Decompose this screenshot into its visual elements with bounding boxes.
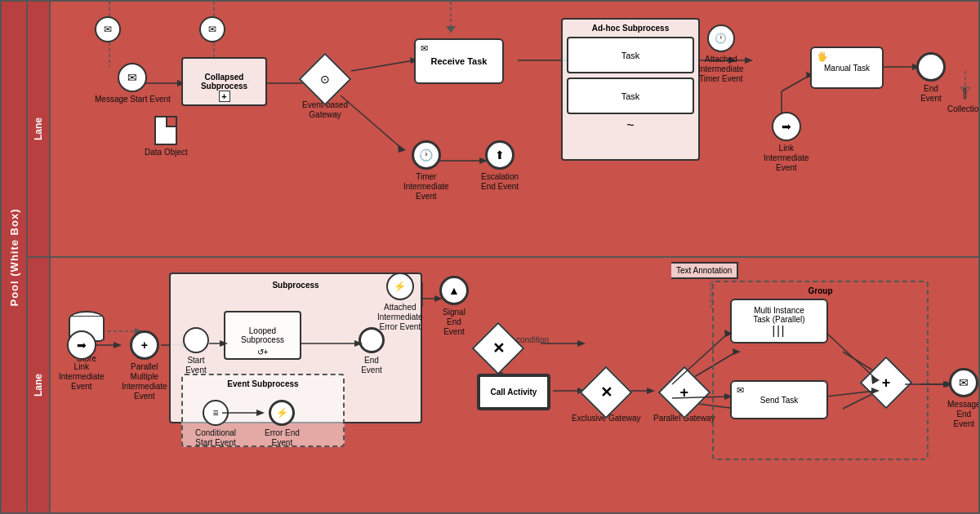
link-intermediate-event-bottom[interactable]: ➡ LinkIntermediateEvent [59,330,105,392]
link-intermediate-event-top-label: LinkIntermediateEvent [764,144,809,173]
adhoc-task-1[interactable]: Task [567,37,694,73]
error-end-event-circle: ⚡ [269,400,295,426]
error-end-event-label: Error EndEvent [265,428,300,448]
attached-error-icon: ⚡ [394,281,406,292]
collection-label: Collection [947,104,978,114]
svg-line-10 [341,95,402,148]
parallel-multiple-intermediate-event[interactable]: + ParallelMultipleIntermediateEvent [122,330,167,401]
send-task[interactable]: ✉ Send Task [730,380,828,419]
adhoc-task-2-text: Task [621,91,640,101]
subprocess-start-event-circle [183,327,209,353]
adhoc-task-2[interactable]: Task [567,78,694,114]
lane-content-bottom: DataStore ➡ LinkIntermediateEvent + Para… [51,258,978,512]
collapsed-subprocess[interactable]: Collapsed Subprocess + [181,57,267,106]
signal-end-event[interactable]: ▲ SignalEndEvent [439,276,469,337]
exclusive-gateway-2[interactable]: ✕ Exclusive Gateway [572,374,640,423]
signal-end-event-circle: ▲ [439,276,469,305]
adhoc-subprocess[interactable]: Ad-hoc Subprocess Task Task ~ [561,18,700,161]
escalation-end-event-circle: ⬆ [485,140,514,170]
timer-intermediate-event-label: TimerIntermediateEvent [403,172,449,202]
error-icon: ⚡ [276,407,288,419]
send-task-rect: ✉ Send Task [730,380,828,419]
conditional-start-event-circle: ≡ [203,400,229,426]
looped-subprocess-text: LoopedSubprocess [241,326,284,344]
call-activity[interactable]: Call Activity [477,374,550,410]
conditional-start-event[interactable]: ≡ ConditionalStart Event [195,400,236,448]
lane-label-text-top: Lane [33,117,44,140]
parallel-multiple-intermediate-event-circle: + [130,330,159,360]
message-start-event[interactable]: ✉ Message Start Event [95,63,171,104]
msg-intermediate-top-1[interactable]: ✉ [95,16,121,42]
exclusive-gateway-1[interactable]: ✕ [479,330,517,367]
svg-marker-28 [745,57,753,64]
escalation-end-event-label: EscalationEnd Event [481,172,519,192]
lane-content-top: ✉ Message Start Event ✉ ✉ [51,2,978,256]
pool-label-text: Pool (White Box) [8,208,20,306]
attached-intermediate-error-event-label: AttachedIntermediateError Event [377,303,423,332]
event-based-gateway[interactable]: ⊙ Event-basedGateway [302,60,348,120]
manual-task-text: Manual Task [824,64,870,73]
pool: Pool (White Box) Lane [0,0,980,514]
annotation-bracket: Text Annotation [671,262,738,279]
attached-timer-event-circle: 🕐 [707,24,735,52]
parallel-gateway[interactable]: + Parallel Gateway [653,374,715,423]
msg-intermediate-top-2[interactable]: ✉ [199,16,225,42]
collapsed-subprocess-text: Collapsed Subprocess [186,73,262,91]
lane-label-text-bottom: Lane [33,374,44,397]
message-end-event-circle: ✉ [949,368,978,397]
adhoc-task-1-text: Task [621,51,640,60]
subprocess-start-event[interactable]: StartEvent [183,327,209,375]
message-end-event[interactable]: ✉ MessageEnd Event [947,368,978,429]
collection-icon: ⫿ [961,83,969,102]
text-annotation-text: Text Annotation [676,266,732,275]
parallel-gateway-symbol: + [680,384,689,401]
attached-timer-event[interactable]: 🕐 AttachedIntermediateTimer Event [698,24,744,84]
signal-icon: ▲ [448,284,460,297]
link-intermediate-event-bottom-label: LinkIntermediateEvent [59,362,105,392]
exclusive-gateway-3[interactable]: + [867,364,905,401]
data-object[interactable]: Data Object [145,116,188,157]
end-event-top[interactable]: EndEvent [916,52,946,104]
manual-task[interactable]: 🖐 Manual Task [810,47,884,89]
link-intermediate-event-top[interactable]: ➡ LinkIntermediateEvent [764,112,809,173]
event-subprocess-rect[interactable]: Event Subprocess ≡ ConditionalStart Even… [181,374,345,447]
message-start-event-circle: ✉ [118,63,147,92]
parallel-multiple-intermediate-event-label: ParallelMultipleIntermediateEvent [122,362,167,401]
multi-instance-task[interactable]: Multi InstanceTask (Parallel) ||| [730,299,828,343]
escalation-end-event[interactable]: ⬆ EscalationEnd Event [481,140,519,192]
attached-timer-event-label: AttachedIntermediateTimer Event [698,55,744,84]
subprocess-end-event[interactable]: EndEvent [359,327,385,375]
adhoc-subprocess-rect: Ad-hoc Subprocess Task Task ~ [561,18,700,161]
timer-intermediate-event[interactable]: 🕐 TimerIntermediateEvent [403,140,449,202]
event-subprocess-container: Event Subprocess ≡ ConditionalStart Even… [181,374,345,447]
call-activity-rect: Call Activity [477,374,550,410]
msg-icon-2: ✉ [208,24,216,35]
timer-icon: 🕐 [419,148,433,162]
link-icon-bottom: ➡ [77,339,87,352]
lane-top: Lane [28,2,978,258]
message-start-event-label: Message Start Event [95,95,171,104]
lane-label-bottom: Lane [28,258,51,512]
collapsed-subprocess-rect: Collapsed Subprocess + [181,57,267,106]
pool-content: Lane [28,2,978,512]
error-end-event[interactable]: ⚡ Error EndEvent [265,400,300,448]
multi-instance-task-rect: Multi InstanceTask (Parallel) ||| [730,299,828,343]
subprocess-marker: + [219,91,230,102]
collection[interactable]: ⫿ Collection [947,83,978,114]
send-task-text: Send Task [760,396,799,405]
link-intermediate-event-bottom-circle: ➡ [67,330,96,360]
event-subprocess-title: Event Subprocess [187,379,339,388]
exclusive-gateway-1-symbol: ✕ [492,339,505,357]
adhoc-marker: ~ [567,118,694,133]
escalation-icon: ⬆ [495,148,505,162]
svg-line-8 [351,60,414,71]
message-icon: ✉ [127,71,137,84]
receive-task[interactable]: ✉ Receive Task [414,38,504,84]
exclusive-gateway-3-wrapper: + [867,364,905,401]
exclusive-gateway-3-symbol: + [882,374,891,392]
looped-subprocess[interactable]: LoopedSubprocess ↺+ [224,311,301,360]
event-based-gateway-symbol: ⊙ [320,73,330,86]
end-event-top-label: EndEvent [920,84,942,104]
attached-intermediate-error-event[interactable]: ⚡ AttachedIntermediateError Event [377,273,423,332]
subprocess-end-event-label: EndEvent [361,356,382,375]
